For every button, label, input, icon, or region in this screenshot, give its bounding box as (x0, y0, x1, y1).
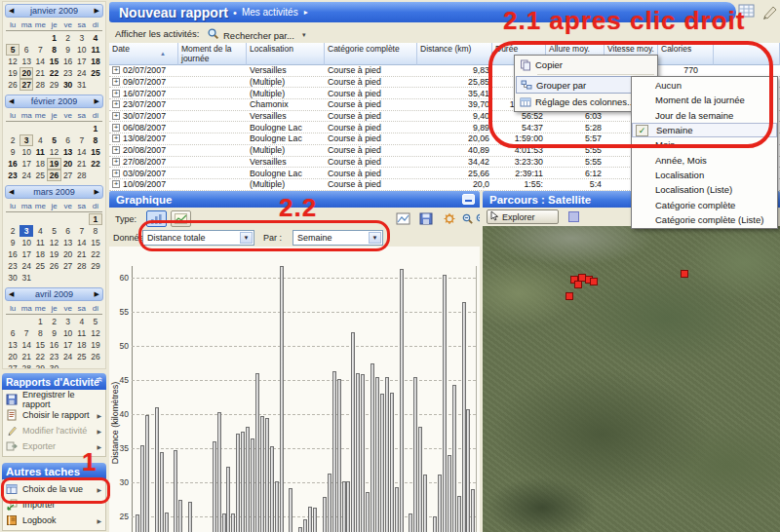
chart-bar[interactable] (375, 377, 379, 532)
day-cell[interactable]: 19 (89, 339, 102, 351)
day-cell[interactable]: 6 (6, 327, 20, 339)
sidebar-item-logbook[interactable]: Logbook▶ (3, 513, 105, 528)
day-cell[interactable]: 23 (6, 170, 20, 181)
day-cell[interactable]: 11 (75, 327, 89, 339)
day-cell[interactable]: 22 (33, 351, 47, 362)
chart-bar[interactable] (466, 409, 470, 532)
expand-icon[interactable]: + (112, 170, 120, 177)
chart-bar[interactable] (448, 455, 451, 532)
activity-marker[interactable] (566, 292, 573, 300)
day-cell[interactable]: 27 (20, 79, 33, 91)
submenu-item-localisation-liste-[interactable]: Localisation (Liste) (632, 182, 777, 197)
search-control[interactable]: Rechercher par... ▾ (207, 26, 305, 44)
day-cell[interactable]: 30 (6, 272, 20, 284)
day-cell[interactable]: 7 (20, 327, 33, 339)
chart-bar[interactable] (255, 373, 259, 532)
chart-bar[interactable] (457, 496, 461, 532)
grid-view-icon[interactable] (738, 4, 756, 19)
day-cell[interactable]: 12 (47, 146, 60, 158)
chart-bar[interactable] (140, 445, 144, 532)
chart-bar[interactable] (346, 481, 350, 532)
expand-icon[interactable]: + (112, 66, 120, 74)
day-cell[interactable]: 19 (47, 158, 60, 170)
chart-bar[interactable] (236, 434, 240, 532)
day-cell[interactable]: 29 (89, 260, 102, 272)
chart-bar[interactable] (390, 393, 394, 532)
day-cell[interactable]: 11 (33, 237, 47, 248)
day-cell[interactable]: 25 (75, 351, 89, 362)
chart-bar[interactable] (260, 416, 264, 532)
day-cell[interactable]: 27 (6, 362, 20, 369)
day-cell[interactable]: 12 (89, 327, 102, 339)
expand-icon[interactable]: + (112, 146, 120, 154)
next-month-icon[interactable]: ▶ (95, 7, 99, 15)
next-month-icon[interactable]: ▶ (95, 97, 99, 105)
column-header-date[interactable]: Date▲ (109, 43, 178, 65)
day-cell[interactable]: 1 (89, 213, 102, 225)
day-cell[interactable]: 21 (20, 351, 33, 362)
day-cell[interactable]: 8 (33, 327, 47, 339)
activity-marker[interactable] (574, 281, 582, 288)
day-cell[interactable]: 21 (33, 67, 47, 79)
chart-bar[interactable] (328, 474, 332, 532)
day-cell[interactable]: 9 (47, 327, 60, 339)
column-header-empty[interactable] (714, 43, 780, 65)
day-cell[interactable]: 2 (47, 316, 60, 327)
chart-bar[interactable] (136, 514, 139, 532)
day-cell[interactable]: 13 (61, 146, 75, 158)
day-cell[interactable]: 10 (75, 44, 89, 56)
submenu-item-localisation[interactable]: Localisation (632, 168, 777, 182)
chart-bar[interactable] (366, 492, 370, 532)
chart-bar[interactable] (413, 377, 417, 532)
chart-bar[interactable] (323, 497, 327, 532)
chart-bar[interactable] (308, 507, 312, 532)
chart-bar[interactable] (145, 415, 149, 532)
column-header-cat-gorie-compl-te[interactable]: Catégorie complète (325, 43, 417, 65)
day-cell[interactable]: 5 (89, 316, 102, 327)
chart-bar[interactable] (155, 407, 159, 532)
day-cell[interactable]: 28 (75, 260, 89, 272)
sidebar-item-choix-de-la-vue[interactable]: Choix de la vue▶ (3, 481, 105, 497)
chart-bar[interactable] (275, 481, 279, 532)
day-cell[interactable]: 28 (33, 79, 47, 91)
day-cell[interactable]: 6 (61, 134, 75, 146)
day-cell[interactable]: 10 (20, 146, 33, 158)
chart-bar[interactable] (337, 379, 341, 532)
day-cell[interactable]: 20 (61, 248, 75, 260)
expand-icon[interactable]: + (112, 100, 120, 108)
column-header-distance-km-[interactable]: Distance (km) (417, 43, 492, 65)
collapse-icon[interactable]: « (96, 377, 106, 383)
expand-icon[interactable]: + (112, 124, 120, 132)
day-cell[interactable]: 1 (47, 32, 60, 44)
day-cell[interactable]: 24 (61, 351, 75, 362)
expand-icon[interactable]: + (112, 180, 120, 188)
chart-bar[interactable] (385, 377, 389, 532)
day-cell[interactable]: 23 (6, 260, 20, 272)
day-cell[interactable]: 24 (20, 170, 33, 181)
chart-bar[interactable] (270, 446, 274, 532)
submenu-item-moment-de-la-journ-e[interactable]: Moment de la journée (632, 93, 777, 107)
day-cell[interactable]: 26 (89, 351, 102, 362)
day-cell[interactable]: 15 (89, 146, 102, 158)
day-cell[interactable]: 22 (47, 67, 60, 79)
day-cell[interactable]: 16 (61, 56, 75, 67)
day-cell[interactable]: 9 (6, 237, 20, 248)
column-header-calories[interactable]: Calories (658, 43, 714, 65)
day-cell[interactable]: 4 (33, 134, 47, 146)
column-header-localisation[interactable]: Localisation (247, 43, 325, 65)
activity-marker[interactable] (681, 270, 688, 278)
day-cell[interactable]: 24 (75, 67, 89, 79)
day-cell[interactable]: 27 (61, 260, 75, 272)
day-cell[interactable]: 2 (6, 134, 20, 146)
day-cell[interactable]: 13 (20, 56, 33, 67)
chart-bar[interactable] (246, 427, 250, 532)
chart-bar[interactable] (332, 371, 336, 532)
chart-bar[interactable] (313, 508, 317, 532)
refresh-gear-icon[interactable] (443, 212, 457, 226)
chart-bar[interactable] (188, 502, 192, 532)
chart-bar[interactable] (370, 363, 374, 532)
sidebar-item-exporter[interactable]: Exporter▶ (3, 438, 105, 454)
expand-icon[interactable]: + (112, 134, 120, 142)
day-cell[interactable]: 17 (20, 158, 33, 170)
day-cell[interactable]: 9 (61, 44, 75, 56)
